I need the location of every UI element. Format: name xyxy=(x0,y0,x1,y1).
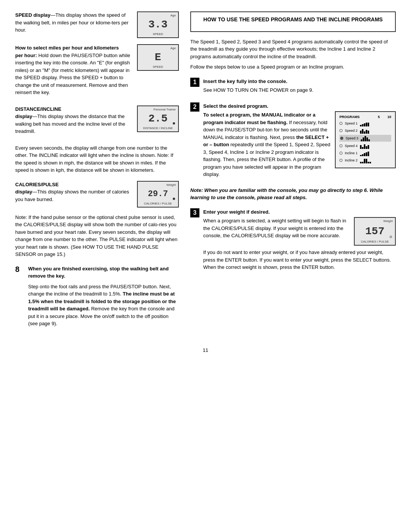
distance-incline-section: DISTANCE/INCLINE display—This display sh… xyxy=(15,105,179,138)
calories-lcd-bottom-label: CALORIES / PULSE xyxy=(144,202,172,205)
speed-display-dash: — xyxy=(50,12,55,18)
bar xyxy=(364,153,365,156)
distance-lcd-value: 2.5 xyxy=(148,113,167,124)
bar xyxy=(361,139,362,141)
intro-section: The Speed 1, Speed 2, Speed 3 and Speed … xyxy=(190,38,396,71)
speed-lcd-value: 3.3 xyxy=(148,19,167,30)
bar xyxy=(362,147,363,149)
bar xyxy=(360,125,362,126)
select-miles-body: Hold down the PAUSE/STOP button while in… xyxy=(15,53,130,96)
select-miles-bold: per hour: xyxy=(15,53,37,58)
bar xyxy=(362,129,363,134)
right-column: HOW TO USE THE SPEED PROGRAMS AND THE IN… xyxy=(190,11,396,336)
calories-lcd: Weight 29.7 CALORIES / PULSE xyxy=(137,181,179,208)
how-to-title: HOW TO USE THE SPEED PROGRAMS AND THE IN… xyxy=(196,16,390,24)
speed4-bars xyxy=(360,143,369,149)
bar xyxy=(366,123,367,126)
bar xyxy=(368,162,369,163)
speed-lcd-top-label: Age xyxy=(170,14,176,17)
bar xyxy=(368,139,370,141)
calories-lcd-indicator-dot xyxy=(173,198,175,200)
bar xyxy=(370,162,371,163)
calories-extra-text: Note: If the hand pulse sensor or the op… xyxy=(15,214,179,258)
step2-row: 2 Select the desired program. PROGRAMS 5… xyxy=(190,102,396,181)
incline2-radio xyxy=(339,159,342,162)
step1-bold: Insert the key fully into the console. xyxy=(203,78,396,85)
bar xyxy=(363,137,364,141)
bar xyxy=(364,159,365,163)
e-lcd: Age E SPEED xyxy=(137,44,179,71)
note-bold: Note: When you are familiar with the con… xyxy=(190,187,383,201)
speed4-row: Speed 4 xyxy=(339,143,391,149)
speed3-bars xyxy=(361,135,370,141)
step2-detail: PROGRAMS 5 10 Speed 1 xyxy=(203,111,396,181)
select-miles-section: How to select miles per hour and kilomet… xyxy=(15,44,179,99)
step8-text: Step onto the foot rails and press the P… xyxy=(28,283,179,328)
distance-lcd-bottom-label: DISTANCE / INCLINE xyxy=(143,126,173,130)
bar xyxy=(368,152,369,156)
select-miles-title: How to select miles per hour and kilomet… xyxy=(15,45,119,51)
speed2-label: Speed 2 xyxy=(345,129,358,133)
incline1-label: Incline 1 xyxy=(345,151,358,155)
bar xyxy=(364,144,365,149)
bar xyxy=(360,131,362,134)
step3-lcd: Weight 157 CALORIES / PULSE xyxy=(354,217,396,246)
step3-text2: If you do not want to enter your weight,… xyxy=(203,249,396,271)
bar xyxy=(362,154,363,156)
calories-extra-text-section: Note: If the hand pulse sensor or the op… xyxy=(15,214,179,258)
step3-lcd-value: 157 xyxy=(365,225,384,237)
bar xyxy=(362,162,363,163)
bar xyxy=(360,145,362,149)
step3-lcd-bottom-label: CALORIES / PULSE xyxy=(361,240,389,243)
programs-10: 10 xyxy=(387,115,391,119)
step3-num: 3 xyxy=(190,208,199,217)
bar xyxy=(366,146,367,149)
speed3-row: Speed 3 Program Indicator xyxy=(339,135,391,142)
step8-content: When you are finished exercising, stop t… xyxy=(28,265,179,331)
bar xyxy=(364,131,365,134)
calories-pulse-text: CALORIES/PULSE display—This display show… xyxy=(15,181,132,206)
bar xyxy=(362,124,363,126)
left-column: SPEED display—This display shows the spe… xyxy=(15,11,179,336)
step3-lcd-indicator-dot xyxy=(390,236,392,238)
bar xyxy=(366,159,367,163)
bar xyxy=(366,130,367,134)
page-container: SPEED display—This display shows the spe… xyxy=(15,11,396,336)
step8-bold2: The incline must be at 1.5% when the tre… xyxy=(28,291,176,312)
bar xyxy=(366,152,367,156)
step3-img-row: When a program is selected, a weight set… xyxy=(203,217,396,246)
follow-text: Follow the steps below to use a Speed pr… xyxy=(190,63,396,71)
speed-lcd-bottom-label: SPEED xyxy=(153,32,163,36)
calories-pulse-dash: — xyxy=(32,189,37,195)
speed2-radio xyxy=(339,129,342,132)
speed1-label: Speed 1 xyxy=(345,121,358,125)
incline1-radio xyxy=(339,152,342,155)
calories-pulse-bold: display xyxy=(15,189,32,195)
step3-text1: When a program is selected, a weight set… xyxy=(203,217,349,240)
incline2-row: Incline 2 xyxy=(339,157,391,163)
note-section: Note: When you are familiar with the con… xyxy=(190,187,396,201)
step2-content: Select the desired program. PROGRAMS 5 1… xyxy=(203,102,396,181)
calories-lcd-top-label: Weight xyxy=(166,183,176,187)
incline2-bars xyxy=(360,157,371,163)
step2-bold: Select the desired program. xyxy=(203,102,396,110)
bar xyxy=(368,123,369,126)
distance-incline-bold: display xyxy=(15,113,32,119)
step1-text: See HOW TO TURN ON THE POWER on page 9. xyxy=(203,86,396,94)
programs-label: PROGRAMS xyxy=(339,115,360,119)
incline2-label: Incline 2 xyxy=(345,158,358,162)
distance-extra-text: Every seven seconds, the display will ch… xyxy=(15,144,179,174)
how-to-box: HOW TO USE THE SPEED PROGRAMS AND THE IN… xyxy=(190,11,396,32)
speed-display-title: SPEED display xyxy=(15,12,50,18)
programs-5: 5 xyxy=(378,115,380,119)
incline1-bars xyxy=(360,150,369,156)
intro-text: The Speed 1, Speed 2, Speed 3 and Speed … xyxy=(190,38,396,61)
incline1-row: Incline 1 xyxy=(339,150,391,156)
calories-lcd-value: 29.7 xyxy=(148,190,168,198)
e-lcd-top-label: Age xyxy=(170,46,176,50)
bar xyxy=(368,131,369,134)
page-number: 11 xyxy=(15,347,396,353)
distance-lcd-indicator-dot xyxy=(173,122,175,125)
step3-text-block: When a program is selected, a weight set… xyxy=(203,217,349,243)
step1-num: 1 xyxy=(190,78,199,87)
